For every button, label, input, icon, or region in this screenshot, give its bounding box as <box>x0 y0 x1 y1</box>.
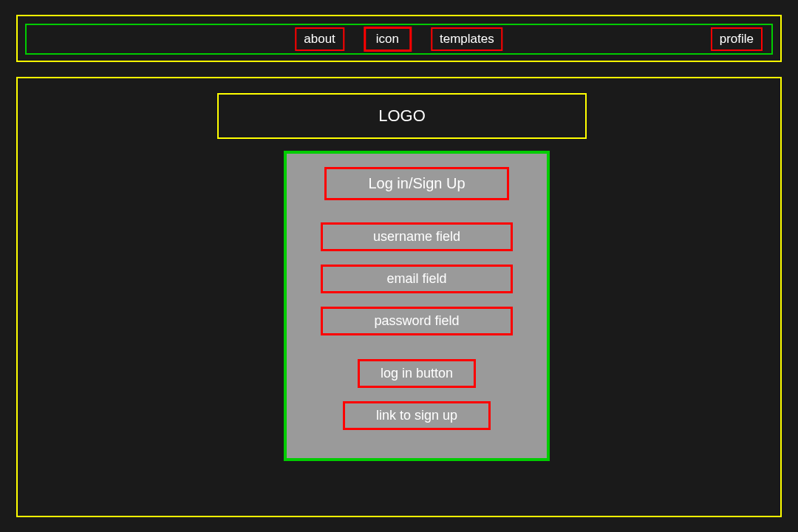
username-field[interactable]: username field <box>321 222 513 251</box>
login-signup-panel: Log in/Sign Up username field email fiel… <box>284 151 550 461</box>
logo: LOGO <box>217 93 587 139</box>
form-title: Log in/Sign Up <box>324 167 509 200</box>
nav-center: about icon templates <box>295 27 502 52</box>
nav-icon[interactable]: icon <box>364 27 412 52</box>
nav-templates[interactable]: templates <box>431 27 503 51</box>
main-area: LOGO Log in/Sign Up username field email… <box>16 77 782 517</box>
header-outer: about icon templates profile <box>16 15 782 62</box>
nav-right: profile <box>711 27 763 51</box>
header-inner: about icon templates profile <box>25 24 773 55</box>
signup-link[interactable]: link to sign up <box>343 401 491 430</box>
nav-about[interactable]: about <box>295 27 344 51</box>
password-field[interactable]: password field <box>321 307 513 335</box>
login-button[interactable]: log in button <box>358 359 476 388</box>
nav-profile[interactable]: profile <box>711 27 763 51</box>
email-field[interactable]: email field <box>321 265 513 293</box>
